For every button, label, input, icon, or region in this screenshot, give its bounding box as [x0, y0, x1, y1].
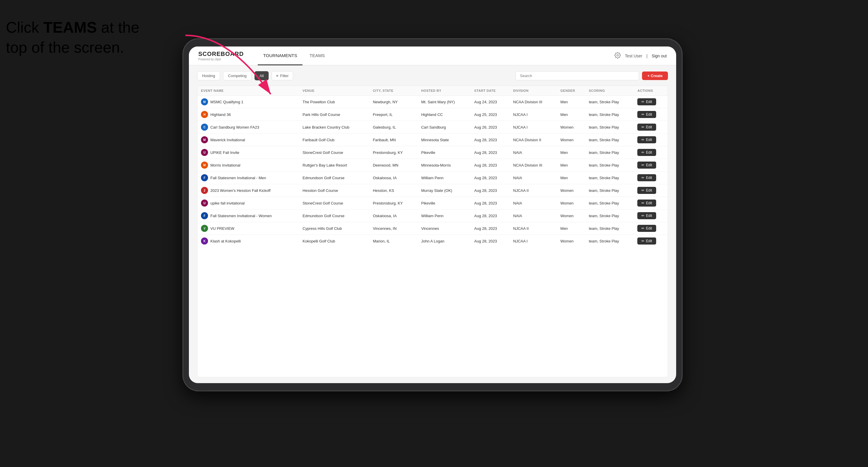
cell-scoring: team, Stroke Play: [585, 121, 634, 133]
cell-actions: ✏ Edit: [634, 108, 668, 121]
edit-button[interactable]: ✏ Edit: [637, 187, 656, 194]
cell-event-name: M Morris Invitational: [197, 159, 299, 172]
cell-start-date: Aug 28, 2023: [471, 184, 509, 197]
cell-city: Faribault, MN: [369, 133, 417, 146]
edit-button[interactable]: ✏ Edit: [637, 124, 656, 131]
cell-division: NAIA: [509, 146, 557, 159]
cell-division: NJCAA I: [509, 108, 557, 121]
edit-button[interactable]: ✏ Edit: [637, 212, 656, 219]
edit-icon: ✏: [642, 125, 644, 129]
cell-hosted: William Penn: [417, 210, 470, 222]
cell-hosted: Murray State (OK): [417, 184, 470, 197]
cell-division: NAIA: [509, 210, 557, 222]
edit-button[interactable]: ✏ Edit: [637, 174, 656, 181]
competing-filter-button[interactable]: Competing: [223, 71, 252, 80]
cell-division: NCAA Division III: [509, 159, 557, 172]
filter-icon: ≡: [276, 73, 278, 78]
cell-hosted: William Penn: [417, 172, 470, 184]
cell-venue: Kokopelli Golf Club: [299, 235, 369, 247]
table-row: M Morris Invitational Ruttger's Bay Lake…: [197, 159, 668, 172]
cell-city: Galesburg, IL: [369, 121, 417, 133]
edit-label: Edit: [646, 239, 652, 243]
cell-hosted: Minnesota-Morris: [417, 159, 470, 172]
cell-actions: ✏ Edit: [634, 172, 668, 184]
cell-event-name: U upike fall invitational: [197, 197, 299, 210]
edit-label: Edit: [646, 125, 652, 129]
cell-gender: Men: [557, 159, 586, 172]
cell-hosted: Pikeville: [417, 197, 470, 210]
filter-bar: Hosting Competing All ≡ Filter + Create: [197, 71, 668, 80]
edit-icon: ✏: [642, 176, 644, 180]
cell-venue: Park Hills Golf Course: [299, 108, 369, 121]
create-button[interactable]: + Create: [642, 71, 668, 80]
edit-button[interactable]: ✏ Edit: [637, 238, 656, 245]
cell-venue: Lake Bracken Country Club: [299, 121, 369, 133]
event-name-text: Highland 36: [210, 113, 231, 117]
logo-title: SCOREBOARD: [198, 51, 244, 57]
cell-city: Oskaloosa, IA: [369, 210, 417, 222]
edit-icon: ✏: [642, 163, 644, 167]
edit-icon: ✏: [642, 188, 644, 192]
edit-button[interactable]: ✏ Edit: [637, 98, 656, 105]
table-row: F Fall Statesmen Invitational - Men Edmu…: [197, 172, 668, 184]
cell-start-date: Aug 25, 2023: [471, 108, 509, 121]
search-input[interactable]: [516, 71, 639, 80]
nav-tab-teams[interactable]: TEAMS: [304, 47, 330, 65]
cell-city: Hesston, KS: [369, 184, 417, 197]
col-gender: GENDER: [557, 86, 586, 96]
table-row: V VU PREVIEW Cypress Hills Golf Club Vin…: [197, 222, 668, 235]
edit-icon: ✏: [642, 150, 644, 155]
edit-button[interactable]: ✏ Edit: [637, 149, 656, 156]
cell-gender: Men: [557, 222, 586, 235]
cell-start-date: Aug 28, 2023: [471, 133, 509, 146]
cell-hosted: Highland CC: [417, 108, 470, 121]
nav-tab-tournaments[interactable]: TOURNAMENTS: [258, 47, 303, 65]
edit-label: Edit: [646, 150, 652, 155]
all-filter-button[interactable]: All: [254, 71, 269, 80]
filter-advanced-button[interactable]: ≡ Filter: [272, 71, 293, 80]
cell-scoring: team, Stroke Play: [585, 197, 634, 210]
team-logo: C: [201, 124, 208, 131]
team-logo: U: [201, 199, 208, 207]
edit-icon: ✏: [642, 113, 644, 117]
edit-button[interactable]: ✏ Edit: [637, 136, 656, 143]
cell-start-date: Aug 28, 2023: [471, 197, 509, 210]
event-name-text: VU PREVIEW: [210, 226, 235, 231]
team-logo: K: [201, 238, 208, 245]
cell-city: Freeport, IL: [369, 108, 417, 121]
team-logo: V: [201, 225, 208, 232]
cell-venue: StoneCrest Golf Course: [299, 146, 369, 159]
table-container: EVENT NAME VENUE CITY, STATE HOSTED BY S…: [197, 86, 668, 377]
event-name-text: Klash at Kokopelli: [210, 239, 241, 243]
cell-event-name: F Fall Statesmen Invitational - Men: [197, 172, 299, 184]
cell-venue: Cypress Hills Golf Club: [299, 222, 369, 235]
edit-button[interactable]: ✏ Edit: [637, 111, 656, 118]
gear-icon[interactable]: [614, 52, 621, 59]
nav-right: Test User | Sign out: [614, 52, 667, 59]
edit-button[interactable]: ✏ Edit: [637, 199, 656, 207]
cell-division: NJCAA I: [509, 121, 557, 133]
sign-out-link[interactable]: Sign out: [652, 54, 667, 58]
event-name-text: Fall Statesmen Invitational - Men: [210, 176, 266, 180]
edit-button[interactable]: ✏ Edit: [637, 161, 656, 168]
edit-label: Edit: [646, 226, 652, 230]
cell-venue: Edmundson Golf Course: [299, 172, 369, 184]
table-row: F Fall Statesmen Invitational - Women Ed…: [197, 210, 668, 222]
event-name-text: upike fall invitational: [210, 201, 245, 206]
cell-actions: ✏ Edit: [634, 133, 668, 146]
cell-city: Newburgh, NY: [369, 96, 417, 108]
hosting-filter-button[interactable]: Hosting: [197, 71, 220, 80]
cell-city: Vincennes, IN: [369, 222, 417, 235]
team-logo: F: [201, 212, 208, 219]
cell-gender: Women: [557, 133, 586, 146]
content-area: Hosting Competing All ≡ Filter + Create …: [189, 65, 676, 383]
cell-event-name: U UPIKE Fall Invite: [197, 146, 299, 159]
cell-division: NAIA: [509, 197, 557, 210]
cell-scoring: team, Stroke Play: [585, 222, 634, 235]
cell-venue: StoneCrest Golf Course: [299, 197, 369, 210]
tablet-screen: SCOREBOARD Powered by clipd TOURNAMENTS …: [189, 46, 676, 383]
event-name-text: Carl Sandburg Women FA23: [210, 125, 259, 129]
edit-button[interactable]: ✏ Edit: [637, 225, 656, 232]
edit-icon: ✏: [642, 201, 644, 205]
cell-venue: Faribault Golf Club: [299, 133, 369, 146]
